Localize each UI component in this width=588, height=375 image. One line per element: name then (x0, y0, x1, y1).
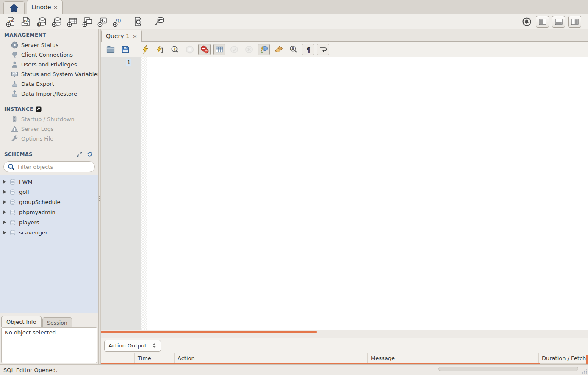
inspect-database-button[interactable]: i (34, 15, 49, 28)
execute-current-statement-button[interactable] (154, 44, 166, 55)
find-in-script-button[interactable]: A (287, 44, 300, 55)
toggle-word-wrap-button[interactable] (317, 44, 329, 55)
schemas-section-title: SCHEMAS (0, 148, 98, 160)
schema-golf[interactable]: golf (0, 187, 98, 197)
tree-expander-icon[interactable] (3, 230, 6, 235)
tree-expander-icon[interactable] (3, 200, 6, 204)
output-splitter[interactable] (101, 334, 588, 338)
data-export-icon (11, 80, 18, 88)
toggle-bottom-panel-button[interactable] (552, 16, 565, 28)
schema-filter (3, 161, 95, 172)
schema-phpmyadmin[interactable]: phpmyadmin (0, 207, 98, 217)
close-icon[interactable]: × (53, 5, 58, 10)
refresh-icon[interactable] (86, 151, 93, 157)
toggle-invisible-characters-button[interactable]: ¶ (302, 44, 314, 55)
create-function-button[interactable]: f() (110, 15, 125, 28)
sidebar-item-label: Server Status (21, 42, 58, 48)
save-script-button[interactable] (119, 44, 131, 55)
close-icon[interactable]: × (133, 33, 137, 39)
connection-tab[interactable]: Linode × (27, 0, 63, 14)
rollback-transaction-button[interactable] (243, 44, 255, 55)
sidebar-item-server-status[interactable]: Server Status (0, 40, 98, 50)
wrench-badge-icon (36, 106, 42, 112)
window-tab-strip: Linode × (0, 0, 588, 14)
create-procedure-button[interactable] (95, 15, 110, 28)
sidebar-item-startup-shutdown[interactable]: Startup / Shutdown (0, 114, 98, 124)
schema-groupschedule[interactable]: groupSchedule (0, 197, 98, 207)
create-view-button[interactable] (80, 15, 95, 28)
sidebar-splitter-grip[interactable] (99, 196, 100, 197)
tree-expander-icon[interactable] (3, 210, 6, 215)
output-vscrollbar[interactable] (586, 355, 588, 365)
tab-session[interactable]: Session (42, 317, 72, 327)
connection-tab-label: Linode (31, 4, 51, 11)
toggle-left-sidebar-button[interactable] (536, 16, 549, 28)
connection-status-button[interactable] (520, 16, 533, 28)
schema-scavenger[interactable]: scavenger (0, 227, 98, 237)
column-header-duration-fetch[interactable]: Duration / Fetch (539, 353, 588, 363)
schema-players[interactable]: players (0, 217, 98, 227)
schema-label: FWM (19, 179, 33, 185)
execute-all-button[interactable] (139, 44, 151, 55)
column-header-empty[interactable] (101, 353, 119, 363)
open-sql-script-button[interactable]: SQL (19, 15, 34, 28)
limit-rows-button[interactable] (213, 44, 225, 55)
search-icon (8, 163, 15, 171)
editor-hscrollbar[interactable] (101, 331, 317, 333)
new-query-tab-button[interactable]: SQL (3, 15, 19, 28)
svg-text:SQL: SQL (24, 19, 29, 22)
stop-execution-button[interactable] (183, 44, 196, 55)
tab-object-info[interactable]: Object Info (1, 316, 42, 327)
toggle-stop-on-error-button[interactable] (198, 44, 211, 55)
toggle-right-sidebar-button[interactable] (568, 16, 581, 28)
column-header-action[interactable]: Action (175, 353, 368, 363)
sidebar-item-data-export[interactable]: Data Export (0, 79, 98, 89)
sidebar-item-data-import-restore[interactable]: Data Import/Restore (0, 89, 98, 99)
sidebar-item-client-connections[interactable]: Client Connections (0, 50, 98, 60)
doc-sql-plus-icon: SQL (6, 16, 17, 27)
schema-filter-input[interactable] (18, 164, 91, 170)
create-schema-button[interactable] (49, 15, 64, 28)
sql-editor[interactable]: 1 (101, 57, 588, 330)
tree-expander-icon[interactable] (3, 190, 6, 194)
column-header-empty[interactable] (119, 353, 135, 363)
tab-session-label: Session (47, 320, 67, 326)
open-script-button[interactable] (104, 44, 116, 55)
create-table-button[interactable] (64, 15, 80, 28)
schemas-actions (76, 151, 94, 157)
output-splitter-grip[interactable] (341, 336, 342, 336)
explain-statement-button[interactable] (169, 44, 181, 55)
sidebar-item-server-logs[interactable]: Server Logs (0, 124, 98, 134)
tree-expander-icon[interactable] (3, 220, 6, 225)
output-header-row: TimeActionMessageDuration / Fetch (101, 353, 588, 363)
schema-icon (9, 209, 16, 215)
query-tab[interactable]: Query 1 × (101, 30, 142, 42)
reconnect-dbms-button[interactable] (151, 15, 166, 28)
output-hscrollbar-thumb[interactable] (438, 367, 578, 371)
info-panel-splitter-grip[interactable] (47, 314, 47, 314)
expand-icon[interactable] (76, 151, 83, 157)
toggle-autocommit-button[interactable] (258, 44, 270, 55)
tree-expander-icon[interactable] (3, 179, 6, 184)
info-tabs: Object Info Session (0, 316, 98, 327)
fold-margin (141, 57, 147, 330)
instance-title-label: INSTANCE (4, 106, 33, 112)
sidebar-item-status-and-system-variables[interactable]: Status and System Variables (0, 69, 98, 79)
window-resize-grip[interactable] (582, 368, 588, 374)
output-view-selector[interactable]: Action Output (104, 340, 161, 352)
editor-region: Query 1 × A¶ 1 Action Output Ti (101, 29, 588, 364)
sql-editor-toolbar: A¶ (101, 41, 588, 57)
sidebar-item-users-and-privileges[interactable]: Users and Privileges (0, 60, 98, 69)
svg-text:(): () (118, 18, 121, 23)
sql-edit-area[interactable] (147, 57, 588, 330)
sidebar-item-options-file[interactable]: Options File (0, 134, 98, 143)
system-variables-icon (11, 71, 18, 78)
column-header-message[interactable]: Message (368, 353, 539, 363)
schema-fwm[interactable]: FWM (0, 176, 98, 187)
column-header-time[interactable]: Time (135, 353, 175, 363)
search-table-data-button[interactable] (130, 15, 146, 28)
home-tab[interactable] (3, 1, 25, 14)
commit-transaction-button[interactable] (228, 44, 240, 55)
svg-text:¶: ¶ (306, 46, 310, 53)
beautify-script-button[interactable] (272, 44, 285, 55)
